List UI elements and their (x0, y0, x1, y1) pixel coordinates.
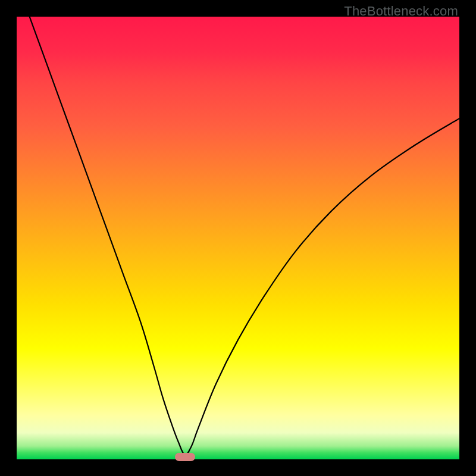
watermark-text: TheBottleneck.com (344, 4, 458, 19)
bottleneck-curve (17, 0, 459, 455)
optimum-marker (175, 453, 195, 461)
curve-layer (17, 17, 459, 459)
